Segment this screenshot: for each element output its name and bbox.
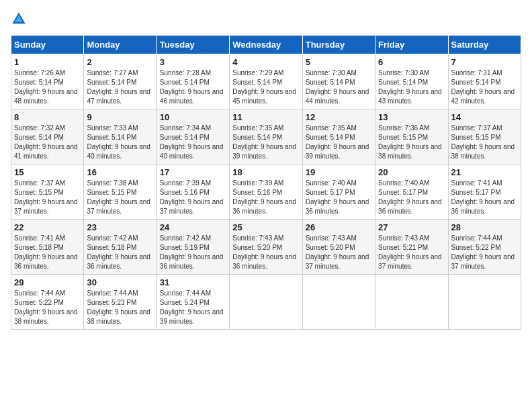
day-number: 7 [451,57,518,67]
day-number: 14 [451,112,518,122]
calendar-cell: 31Sunrise: 7:44 AMSunset: 5:24 PMDayligh… [157,275,229,330]
day-number: 16 [87,167,153,177]
logo-icon [11,11,27,27]
calendar-cell [448,275,521,330]
day-info: Sunrise: 7:44 AMSunset: 5:23 PMDaylight:… [87,289,153,326]
day-number: 25 [232,222,299,232]
day-info: Sunrise: 7:35 AMSunset: 5:14 PMDaylight:… [232,124,299,161]
calendar-cell: 15Sunrise: 7:37 AMSunset: 5:15 PMDayligh… [11,165,84,220]
day-number: 29 [14,277,81,287]
calendar-cell: 12Sunrise: 7:35 AMSunset: 5:14 PMDayligh… [302,109,375,165]
day-info: Sunrise: 7:42 AMSunset: 5:18 PMDaylight:… [87,234,153,271]
day-info: Sunrise: 7:33 AMSunset: 5:14 PMDaylight:… [87,124,153,161]
calendar-cell: 14Sunrise: 7:37 AMSunset: 5:15 PMDayligh… [448,109,521,165]
calendar-cell: 11Sunrise: 7:35 AMSunset: 5:14 PMDayligh… [230,109,302,165]
page-header [11,11,521,27]
day-info: Sunrise: 7:43 AMSunset: 5:20 PMDaylight:… [306,234,372,271]
calendar-cell: 17Sunrise: 7:39 AMSunset: 5:16 PMDayligh… [157,165,229,220]
logo [11,11,30,27]
calendar-cell: 10Sunrise: 7:34 AMSunset: 5:14 PMDayligh… [157,109,229,165]
calendar-cell: 25Sunrise: 7:43 AMSunset: 5:20 PMDayligh… [230,220,302,275]
day-number: 8 [14,112,81,122]
day-info: Sunrise: 7:41 AMSunset: 5:17 PMDaylight:… [451,179,518,216]
day-number: 19 [306,167,372,177]
calendar-cell: 4Sunrise: 7:29 AMSunset: 5:14 PMDaylight… [230,54,302,109]
day-info: Sunrise: 7:31 AMSunset: 5:14 PMDaylight:… [451,68,518,106]
calendar-cell: 6Sunrise: 7:30 AMSunset: 5:14 PMDaylight… [375,54,448,109]
day-number: 1 [14,57,81,67]
day-number: 31 [160,277,226,287]
calendar-cell: 5Sunrise: 7:30 AMSunset: 5:14 PMDaylight… [302,54,375,109]
calendar-cell: 18Sunrise: 7:39 AMSunset: 5:16 PMDayligh… [230,165,302,220]
calendar-cell: 21Sunrise: 7:41 AMSunset: 5:17 PMDayligh… [448,165,521,220]
day-number: 10 [160,112,226,122]
day-info: Sunrise: 7:44 AMSunset: 5:22 PMDaylight:… [451,234,518,271]
day-number: 26 [306,222,372,232]
calendar-cell: 9Sunrise: 7:33 AMSunset: 5:14 PMDaylight… [84,109,157,165]
day-number: 12 [306,112,372,122]
day-header-tuesday: Tuesday [157,36,229,54]
day-number: 18 [232,167,299,177]
day-info: Sunrise: 7:37 AMSunset: 5:15 PMDaylight:… [451,124,518,161]
day-info: Sunrise: 7:43 AMSunset: 5:20 PMDaylight:… [232,234,299,271]
day-number: 13 [378,112,445,122]
day-number: 28 [451,222,518,232]
day-number: 20 [378,167,445,177]
day-header-wednesday: Wednesday [230,36,302,54]
calendar-cell: 26Sunrise: 7:43 AMSunset: 5:20 PMDayligh… [302,220,375,275]
day-info: Sunrise: 7:32 AMSunset: 5:14 PMDaylight:… [14,124,81,161]
day-number: 15 [14,167,81,177]
day-info: Sunrise: 7:35 AMSunset: 5:14 PMDaylight:… [306,124,372,161]
calendar-cell [375,275,448,330]
day-number: 2 [87,57,153,67]
day-info: Sunrise: 7:29 AMSunset: 5:14 PMDaylight:… [232,68,299,106]
calendar-cell: 16Sunrise: 7:38 AMSunset: 5:15 PMDayligh… [84,165,157,220]
calendar-cell: 2Sunrise: 7:27 AMSunset: 5:14 PMDaylight… [84,54,157,109]
day-number: 21 [451,167,518,177]
day-header-friday: Friday [375,36,448,54]
calendar-cell [302,275,375,330]
calendar-table: SundayMondayTuesdayWednesdayThursdayFrid… [11,35,521,330]
calendar-cell: 30Sunrise: 7:44 AMSunset: 5:23 PMDayligh… [84,275,157,330]
day-header-sunday: Sunday [11,36,84,54]
day-info: Sunrise: 7:30 AMSunset: 5:14 PMDaylight:… [378,68,445,106]
day-number: 11 [232,112,299,122]
day-number: 23 [87,222,153,232]
day-info: Sunrise: 7:40 AMSunset: 5:17 PMDaylight:… [378,179,445,216]
calendar-cell [230,275,302,330]
day-info: Sunrise: 7:38 AMSunset: 5:15 PMDaylight:… [87,179,153,216]
day-number: 30 [87,277,153,287]
day-number: 9 [87,112,153,122]
calendar-cell: 27Sunrise: 7:43 AMSunset: 5:21 PMDayligh… [375,220,448,275]
day-info: Sunrise: 7:40 AMSunset: 5:17 PMDaylight:… [306,179,372,216]
calendar-cell: 23Sunrise: 7:42 AMSunset: 5:18 PMDayligh… [84,220,157,275]
day-info: Sunrise: 7:42 AMSunset: 5:19 PMDaylight:… [160,234,226,271]
day-info: Sunrise: 7:44 AMSunset: 5:24 PMDaylight:… [160,289,226,326]
day-info: Sunrise: 7:41 AMSunset: 5:18 PMDaylight:… [14,234,81,271]
day-info: Sunrise: 7:39 AMSunset: 5:16 PMDaylight:… [160,179,226,216]
calendar-cell: 3Sunrise: 7:28 AMSunset: 5:14 PMDaylight… [157,54,229,109]
day-number: 27 [378,222,445,232]
day-number: 5 [306,57,372,67]
day-info: Sunrise: 7:43 AMSunset: 5:21 PMDaylight:… [378,234,445,271]
day-number: 3 [160,57,226,67]
day-number: 24 [160,222,226,232]
calendar-cell: 19Sunrise: 7:40 AMSunset: 5:17 PMDayligh… [302,165,375,220]
day-header-thursday: Thursday [302,36,375,54]
day-info: Sunrise: 7:37 AMSunset: 5:15 PMDaylight:… [14,179,81,216]
calendar-cell: 7Sunrise: 7:31 AMSunset: 5:14 PMDaylight… [448,54,521,109]
calendar-cell: 22Sunrise: 7:41 AMSunset: 5:18 PMDayligh… [11,220,84,275]
calendar-cell: 8Sunrise: 7:32 AMSunset: 5:14 PMDaylight… [11,109,84,165]
day-number: 22 [14,222,81,232]
day-number: 4 [232,57,299,67]
day-info: Sunrise: 7:30 AMSunset: 5:14 PMDaylight:… [306,68,372,106]
calendar-cell: 1Sunrise: 7:26 AMSunset: 5:14 PMDaylight… [11,54,84,109]
calendar-cell: 29Sunrise: 7:44 AMSunset: 5:22 PMDayligh… [11,275,84,330]
day-header-monday: Monday [84,36,157,54]
calendar-cell: 20Sunrise: 7:40 AMSunset: 5:17 PMDayligh… [375,165,448,220]
day-info: Sunrise: 7:44 AMSunset: 5:22 PMDaylight:… [14,289,81,326]
day-number: 6 [378,57,445,67]
day-info: Sunrise: 7:39 AMSunset: 5:16 PMDaylight:… [232,179,299,216]
day-info: Sunrise: 7:34 AMSunset: 5:14 PMDaylight:… [160,124,226,161]
day-header-saturday: Saturday [448,36,521,54]
